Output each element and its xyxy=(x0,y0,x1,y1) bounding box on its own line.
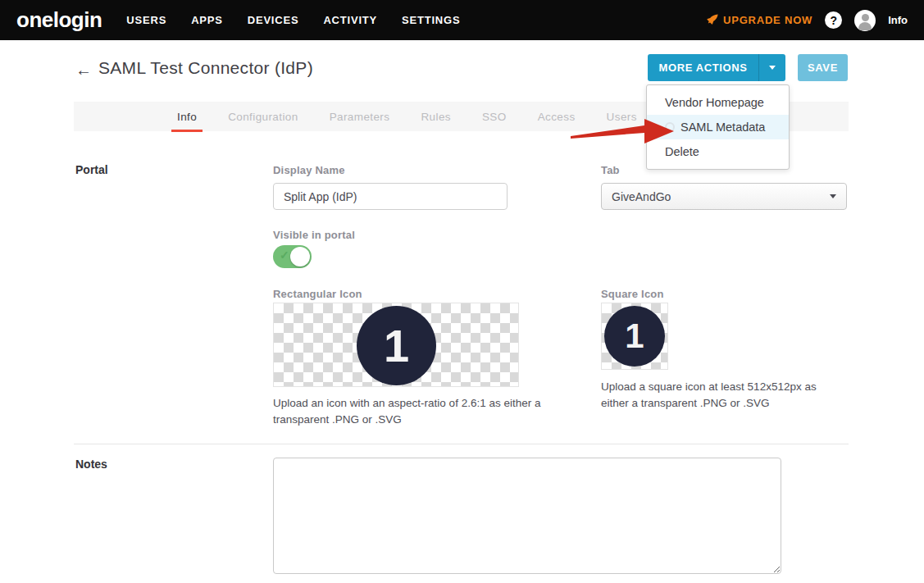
more-actions-menu: Vendor Homepage SAML Metadata Delete xyxy=(646,84,790,170)
onelogin-logo[interactable]: onelogin xyxy=(16,7,102,33)
tab-access[interactable]: Access xyxy=(538,111,576,123)
page: onelogin USERS APPS DEVICES ACTIVITY SET… xyxy=(0,0,924,583)
menu-item-label: SAML Metadata xyxy=(680,121,765,134)
menu-item-vendor-homepage[interactable]: Vendor Homepage xyxy=(647,90,789,115)
rectangular-icon-caption: Upload an icon with an aspect-ratio of 2… xyxy=(273,395,565,427)
rectangular-icon-upload[interactable]: 1 xyxy=(273,303,519,387)
help-icon[interactable]: ? xyxy=(825,11,842,29)
app-badge-icon: 1 xyxy=(604,306,665,367)
nav-item-devices[interactable]: DEVICES xyxy=(248,14,299,26)
display-name-input[interactable] xyxy=(273,183,508,210)
square-icon-upload[interactable]: 1 xyxy=(601,303,668,370)
back-arrow-icon[interactable]: ← xyxy=(75,61,92,80)
menu-item-delete[interactable]: Delete xyxy=(647,139,789,164)
cursor-ring-icon xyxy=(665,122,675,132)
section-divider xyxy=(74,444,849,444)
menu-item-label: Vendor Homepage xyxy=(665,96,764,109)
tab-users[interactable]: Users xyxy=(607,111,637,123)
more-actions-button[interactable]: MORE ACTIONS xyxy=(648,54,785,81)
chevron-down-icon xyxy=(769,66,776,70)
menu-item-label: Delete xyxy=(665,145,699,158)
save-button[interactable]: SAVE xyxy=(798,54,848,81)
upgrade-now-label: UPGRADE NOW xyxy=(723,14,812,26)
more-actions-label: MORE ACTIONS xyxy=(648,54,758,81)
app-badge-icon: 1 xyxy=(357,306,436,385)
square-icon-caption: Upload a square icon at least 512x512px … xyxy=(601,379,844,411)
more-actions-caret[interactable] xyxy=(758,54,785,81)
check-icon: ✓ xyxy=(280,248,289,262)
portal-section-label: Portal xyxy=(75,163,108,176)
tab-parameters[interactable]: Parameters xyxy=(330,111,390,123)
toggle-knob xyxy=(290,247,310,266)
user-name[interactable]: Info xyxy=(888,14,908,26)
tab-info[interactable]: Info xyxy=(177,111,197,123)
top-navbar: onelogin USERS APPS DEVICES ACTIVITY SET… xyxy=(0,0,924,40)
main-nav: USERS APPS DEVICES ACTIVITY SETTINGS xyxy=(126,14,460,26)
menu-item-saml-metadata[interactable]: SAML Metadata xyxy=(647,115,789,139)
upgrade-now-link[interactable]: UPGRADE NOW xyxy=(706,14,812,26)
rectangular-icon-label: Rectangular Icon xyxy=(273,288,362,300)
page-title: SAML Test Connector (IdP) xyxy=(98,58,313,78)
tab-select[interactable]: GiveAndGo xyxy=(601,183,847,210)
avatar[interactable] xyxy=(854,10,876,31)
nav-item-apps[interactable]: APPS xyxy=(191,14,223,26)
tab-sso[interactable]: SSO xyxy=(482,111,507,123)
tab-select-value: GiveAndGo xyxy=(612,190,671,203)
visible-in-portal-toggle[interactable]: ✓ xyxy=(273,245,312,268)
square-icon-label: Square Icon xyxy=(601,288,664,300)
nav-item-users[interactable]: USERS xyxy=(126,14,166,26)
notes-section-label: Notes xyxy=(75,458,107,471)
help-glyph: ? xyxy=(830,14,837,27)
nav-item-settings[interactable]: SETTINGS xyxy=(402,14,460,26)
nav-item-activity[interactable]: ACTIVITY xyxy=(323,14,377,26)
tab-rules[interactable]: Rules xyxy=(421,111,451,123)
visible-in-portal-label: Visible in portal xyxy=(273,229,355,241)
chevron-down-icon xyxy=(830,194,836,198)
tab-configuration[interactable]: Configuration xyxy=(228,111,298,123)
notes-textarea[interactable] xyxy=(273,458,781,574)
display-name-label: Display Name xyxy=(273,164,345,176)
navbar-right: UPGRADE NOW ? Info xyxy=(706,10,908,31)
tab-field-label: Tab xyxy=(601,164,620,176)
rocket-icon xyxy=(706,14,718,26)
person-icon xyxy=(862,14,869,21)
